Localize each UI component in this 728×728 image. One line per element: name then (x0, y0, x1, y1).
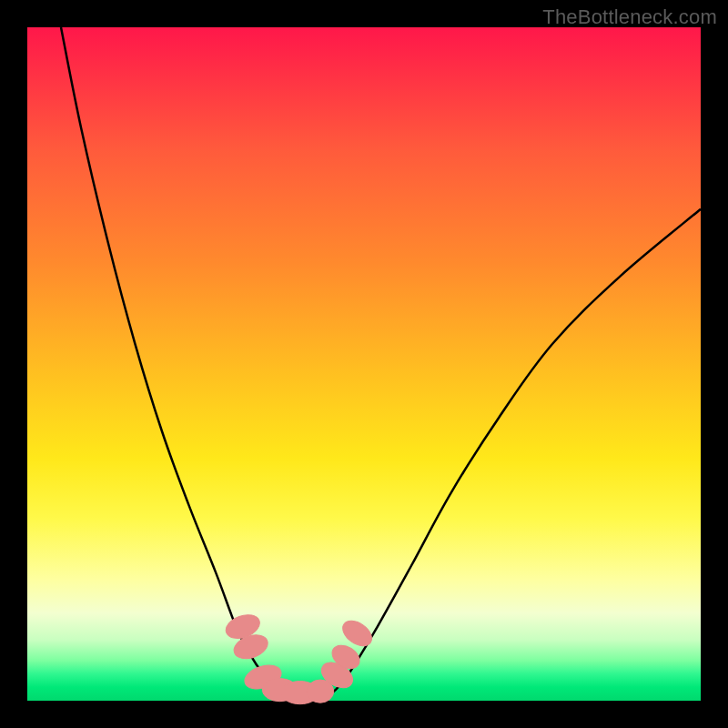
curve-right-arm (317, 209, 701, 695)
chart-plot-area (27, 27, 701, 701)
bead-group (223, 611, 377, 704)
chart-frame: TheBottleneck.com (0, 0, 728, 728)
watermark-text: TheBottleneck.com (542, 5, 717, 29)
chart-svg (27, 27, 701, 701)
curve-left-arm (61, 27, 317, 694)
